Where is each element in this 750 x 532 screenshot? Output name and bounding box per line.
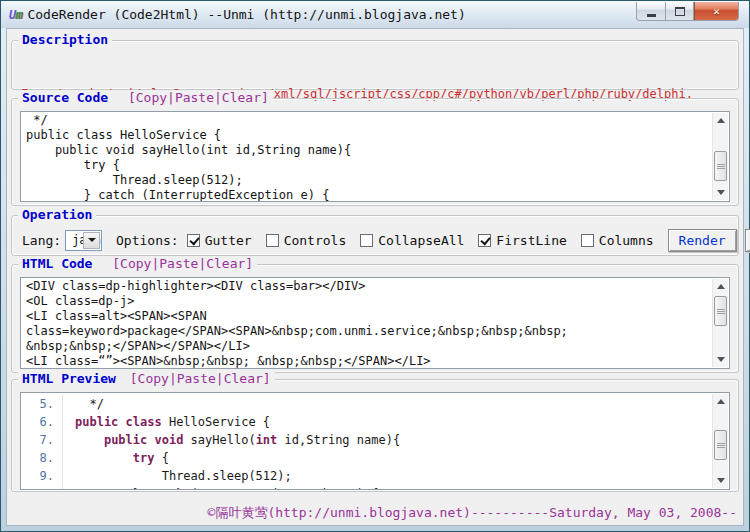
triangle-up-icon [717, 284, 725, 289]
html-code-group: HTML Code [Copy|Paste|Clear] <DIV class=… [11, 264, 739, 373]
html-code-title: HTML Code [22, 256, 92, 271]
scroll-up-button[interactable] [713, 279, 728, 294]
htmlcode-paste-link[interactable]: Paste [159, 256, 198, 271]
checkbox-label: Controls [284, 233, 347, 248]
scroll-thumb[interactable] [714, 296, 727, 326]
clear-button[interactable]: Clear [745, 229, 750, 252]
preview-paste-link[interactable]: Paste [177, 371, 216, 386]
line-number: 7. [21, 431, 63, 449]
checkbox-box[interactable] [187, 234, 200, 247]
code-segment: (InterruptedException e) { [183, 487, 378, 489]
checkbox-label: Gutter [205, 233, 252, 248]
code-line: &nbsp;&nbsp;</SPAN></SPAN></LI> [26, 339, 707, 354]
checkbox-collapseall[interactable]: CollapseAll [360, 233, 464, 248]
operation-group: Operation Lang: java Options: GutterCont… [11, 215, 739, 256]
checkbox-label: FirstLine [496, 233, 566, 248]
render-button[interactable]: Render [668, 229, 737, 252]
options-label: Options: [116, 233, 179, 248]
source-paste-link[interactable]: Paste [175, 90, 214, 105]
code-segment: sayHello( [191, 433, 256, 447]
status-text: ©隔叶黄莺(http://unmi.blogjava.net)---------… [208, 504, 737, 522]
checkbox-box[interactable] [360, 234, 373, 247]
triangle-up-icon [717, 399, 725, 404]
source-code-editor[interactable]: */public class HelloService { public voi… [20, 111, 730, 202]
html-code-scrollbar[interactable] [712, 279, 728, 367]
checkbox-controls[interactable]: Controls [266, 233, 347, 248]
window-title: CodeRender (Code2Html) --Unmi (http://un… [27, 7, 465, 22]
code-segment: public class [75, 415, 169, 429]
checkbox-box[interactable] [478, 234, 491, 247]
code-segment: try [133, 451, 155, 465]
close-icon: ✕ [713, 6, 720, 17]
source-code-links: [Copy|Paste|Clear] [128, 90, 269, 105]
code-line: <LI class=alt><SPAN><SPAN [26, 309, 707, 324]
line-number: 6. [21, 413, 63, 431]
line-number: 8. [21, 449, 63, 467]
html-preview-links: [Copy|Paste|Clear] [130, 371, 271, 386]
scroll-down-button[interactable] [713, 473, 728, 488]
scroll-thumb[interactable] [714, 151, 727, 181]
checkbox-label: CollapseAll [378, 233, 464, 248]
code-line: public class HelloService { [26, 128, 707, 143]
checkbox-firstline[interactable]: FirstLine [478, 233, 566, 248]
source-code-text[interactable]: */public class HelloService { public voi… [21, 112, 712, 201]
preview-scrollbar[interactable] [712, 394, 728, 488]
status-bar: ©隔叶黄莺(http://unmi.blogjava.net)---------… [7, 498, 743, 528]
checkbox-columns[interactable]: Columns [581, 233, 654, 248]
code-line: <OL class=dp-j> [26, 294, 707, 309]
preview-clear-link[interactable]: Clear [224, 371, 263, 386]
app-icon: Um [9, 8, 21, 22]
source-code-group: Source Code [Copy|Paste|Clear] */public … [11, 98, 739, 206]
code-segment: } [75, 487, 147, 489]
code-segment: Thread.sleep(512); [75, 469, 292, 483]
code-line: Thread.sleep(512); [26, 173, 707, 188]
source-copy-link[interactable]: Copy [136, 90, 167, 105]
htmlcode-clear-link[interactable]: Clear [206, 256, 245, 271]
lang-select[interactable]: java [65, 230, 102, 251]
lang-label: Lang: [22, 233, 61, 248]
lang-dropdown-button[interactable] [83, 232, 100, 249]
code-segment: catch [147, 487, 183, 489]
minimize-icon [647, 14, 656, 17]
source-code-title: Source Code [22, 90, 108, 105]
description-group: Description Format code to html. Support… [11, 40, 739, 90]
checkbox-gutter[interactable]: Gutter [187, 233, 252, 248]
scroll-up-button[interactable] [713, 394, 728, 409]
close-button[interactable]: ✕ [694, 2, 739, 21]
code-line: try { [26, 158, 707, 173]
code-line: public void sayHello(int id,String name)… [26, 143, 707, 158]
code-segment: int [256, 433, 278, 447]
scroll-down-button[interactable] [713, 352, 728, 367]
preview-code: public void sayHello(int id,String name)… [63, 431, 400, 449]
htmlcode-copy-link[interactable]: Copy [120, 256, 151, 271]
maximize-button[interactable] [665, 2, 694, 21]
html-code-text[interactable]: <DIV class=dp-highlighter><DIV class=bar… [21, 278, 712, 368]
preview-code: try { [63, 449, 169, 467]
scroll-up-button[interactable] [713, 113, 728, 128]
html-preview-legend: HTML Preview [Copy|Paste|Clear] [18, 371, 275, 387]
preview-line: 8. try { [21, 449, 712, 467]
preview-code: public class HelloService { [63, 413, 270, 431]
source-scrollbar[interactable] [712, 113, 728, 200]
code-line: class=keyword>package</SPAN><SPAN>&nbsp;… [26, 324, 707, 339]
html-code-editor[interactable]: <DIV class=dp-highlighter><DIV class=bar… [20, 277, 730, 369]
preview-line: 7. public void sayHello(int id,String na… [21, 431, 712, 449]
preview-line: 10. } catch (InterruptedException e) { [21, 485, 712, 489]
operation-title: Operation [22, 207, 92, 222]
preview-copy-link[interactable]: Copy [138, 371, 169, 386]
code-segment: { [154, 451, 168, 465]
triangle-down-icon [717, 190, 725, 195]
code-segment [75, 433, 104, 447]
scroll-down-button[interactable] [713, 185, 728, 200]
html-code-legend: HTML Code [Copy|Paste|Clear] [18, 256, 257, 272]
line-number: 9. [21, 467, 63, 485]
scroll-thumb[interactable] [714, 430, 727, 460]
html-preview-pane[interactable]: 5. */6.public class HelloService {7. pub… [20, 392, 730, 490]
source-clear-link[interactable]: Clear [222, 90, 261, 105]
preview-line: 6.public class HelloService { [21, 413, 712, 431]
description-legend: Description [18, 32, 112, 48]
minimize-button[interactable] [636, 2, 665, 21]
preview-line: 9. Thread.sleep(512); [21, 467, 712, 485]
checkbox-box[interactable] [581, 234, 594, 247]
checkbox-box[interactable] [266, 234, 279, 247]
